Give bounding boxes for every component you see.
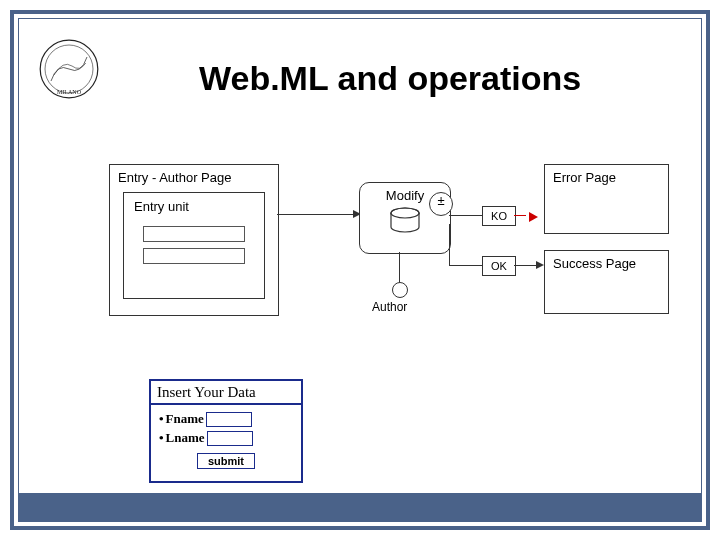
arrow-modify-to-ok-stub — [449, 265, 459, 266]
arrow-head-icon — [536, 261, 544, 269]
form-header: Insert Your Data — [151, 381, 301, 405]
bullet-icon: • — [159, 411, 164, 427]
arrow-ok-to-success — [514, 265, 538, 266]
insert-data-form-mockup: Insert Your Data • Fname • Lname submit — [149, 379, 303, 483]
politecnico-logo-icon: MILANO — [39, 39, 99, 99]
ko-arrow-head-icon — [529, 212, 538, 222]
slide-title: Web.ML and operations — [199, 59, 681, 98]
form-body: • Fname • Lname submit — [151, 405, 301, 481]
field-label: Lname — [166, 430, 205, 446]
entry-unit-box: Entry unit — [123, 192, 265, 299]
error-page-box: Error Page — [544, 164, 669, 234]
footer-bar — [19, 493, 701, 521]
success-page-label: Success Page — [553, 256, 636, 271]
arrow-ko-segment — [514, 215, 526, 216]
entry-unit-field-placeholder — [143, 248, 245, 264]
author-label: Author — [372, 300, 407, 314]
fname-input[interactable] — [206, 412, 252, 427]
arrow-modify-vertical — [449, 224, 450, 265]
success-page-box: Success Page — [544, 250, 669, 314]
author-connector-line — [399, 252, 410, 284]
slide-inner-frame: MILANO Web.ML and operations Entry - Aut… — [18, 18, 702, 522]
form-row-fname: • Fname — [159, 411, 293, 427]
lname-input[interactable] — [207, 431, 253, 446]
bullet-icon: • — [159, 430, 164, 446]
author-attachment-circle-icon — [392, 282, 408, 298]
webml-operations-diagram: Entry - Author Page Entry unit Modify — [109, 164, 669, 344]
arrow-modify-to-ko — [449, 215, 482, 216]
ko-branch-label: KO — [482, 206, 516, 226]
entry-page-title: Entry - Author Page — [110, 165, 278, 188]
error-page-label: Error Page — [553, 170, 616, 185]
slide-outer-frame: MILANO Web.ML and operations Entry - Aut… — [10, 10, 710, 530]
entry-author-page-box: Entry - Author Page Entry unit — [109, 164, 279, 316]
field-label: Fname — [166, 411, 204, 427]
entry-unit-title: Entry unit — [124, 193, 264, 220]
svg-text:MILANO: MILANO — [57, 89, 82, 95]
arrow-modify-to-ok — [459, 265, 482, 266]
form-row-lname: • Lname — [159, 430, 293, 446]
entry-unit-field-placeholder — [143, 226, 245, 242]
plus-minus-icon: ± — [429, 192, 453, 216]
submit-button[interactable]: submit — [197, 453, 255, 469]
arrow-entry-to-modify — [277, 214, 359, 215]
database-cylinder-icon — [388, 207, 422, 235]
ok-branch-label: OK — [482, 256, 516, 276]
